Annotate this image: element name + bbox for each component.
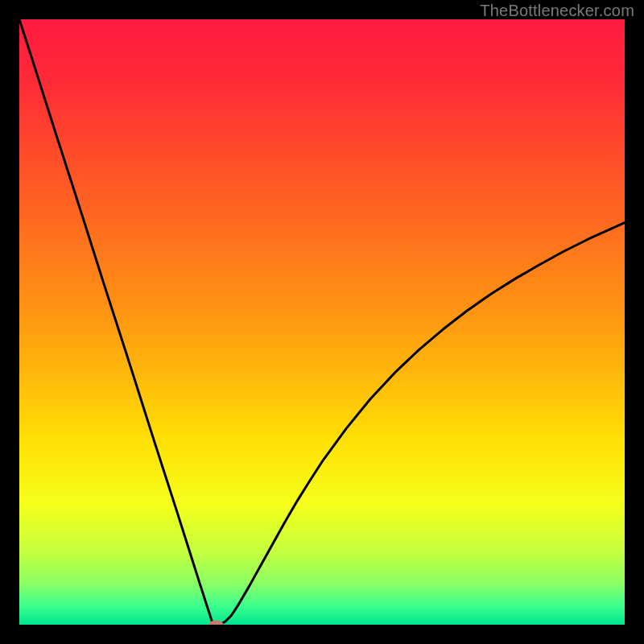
chart-svg [19,19,625,625]
chart-frame: TheBottlenecker.com [0,0,644,644]
gradient-background [19,19,625,625]
watermark-text: TheBottlenecker.com [480,2,634,20]
plot-area [19,19,625,625]
